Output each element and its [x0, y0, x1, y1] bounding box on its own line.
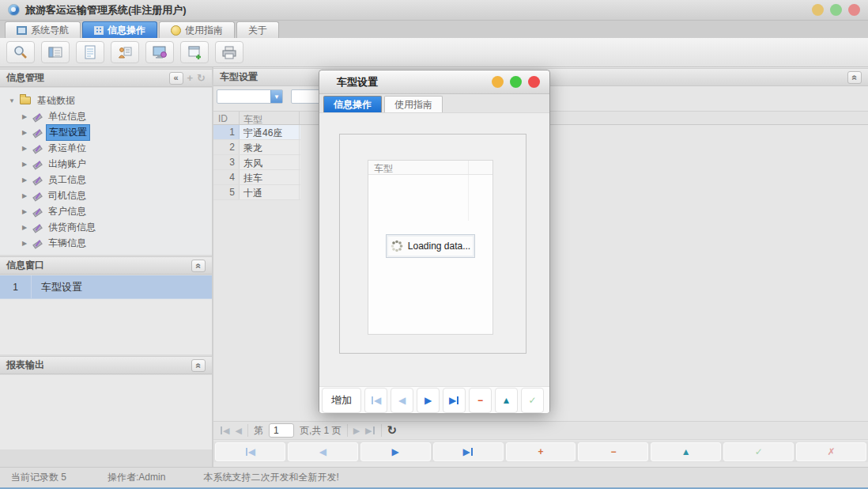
insert-record-button[interactable]: +	[506, 442, 576, 461]
dialog-prev-button[interactable]: ◀	[391, 388, 413, 413]
tab-user-guide[interactable]: 使用指南	[159, 21, 235, 38]
tool-icon	[32, 238, 42, 248]
tree-collapse-icon[interactable]: ▶	[21, 176, 28, 184]
dialog-column-header-type[interactable]: 车型	[368, 161, 469, 174]
collapse-sidebar-button[interactable]: «	[169, 72, 183, 85]
list-view-button[interactable]	[41, 41, 70, 63]
refresh-button[interactable]: ↻	[387, 423, 398, 438]
window-title: 旅游客运运输管理系统(非注册用户)	[25, 3, 187, 17]
main-toolbar	[0, 38, 868, 67]
dialog-tab-guide-label: 使用指南	[394, 98, 432, 112]
first-record-button[interactable]: ◀	[215, 442, 285, 461]
dialog-add-button[interactable]: 增加	[322, 388, 361, 413]
dialog-group-box: 车型 Loading data...	[339, 134, 526, 354]
tree-item-unit-info[interactable]: ▶ 单位信息	[8, 108, 212, 124]
tree-item-cashier-account[interactable]: ▶ 出纳账户	[8, 156, 212, 172]
document-button[interactable]	[76, 41, 104, 63]
collapse-info-window-button[interactable]: «	[191, 260, 206, 272]
first-page-button[interactable]: ◀	[220, 426, 229, 436]
cell-type: 宇通46座	[240, 125, 300, 139]
next-record-button[interactable]: ▶	[360, 442, 431, 461]
delete-record-button[interactable]: −	[578, 442, 648, 461]
next-page-button[interactable]: ▶	[353, 426, 360, 436]
tree-collapse-icon[interactable]: ▶	[21, 240, 28, 247]
tree-collapse-icon[interactable]: ▶	[21, 192, 28, 199]
dialog-post-button[interactable]: ✓	[521, 388, 544, 413]
collapse-report-button[interactable]: «	[191, 359, 206, 372]
dialog-minimize-button[interactable]	[492, 76, 504, 88]
tree-root-label: 基础数据	[35, 93, 77, 108]
tree-collapse-icon[interactable]: ▶	[21, 113, 28, 120]
search-button[interactable]	[6, 41, 35, 63]
post-record-button[interactable]: ✓	[723, 442, 794, 461]
dialog-delete-button[interactable]: −	[469, 388, 492, 413]
tree-item-vehicle-type[interactable]: ▶ 车型设置	[8, 124, 212, 140]
loading-text: Loading data...	[408, 241, 470, 252]
tree-collapse-icon[interactable]: ▶	[21, 161, 28, 168]
dialog-column-filler	[469, 161, 492, 174]
window-list-item[interactable]: 1 车型设置	[0, 275, 212, 299]
table-row[interactable]: 3 东风	[213, 155, 300, 170]
window-controls	[812, 4, 860, 16]
window-add-icon	[187, 44, 202, 60]
user-report-button[interactable]	[111, 41, 139, 63]
last-record-button[interactable]: ▶	[433, 442, 504, 461]
tree-collapse-icon[interactable]: ▶	[21, 208, 28, 215]
prev-page-button[interactable]: ◀	[235, 426, 241, 436]
last-page-button[interactable]: ▶	[365, 426, 375, 436]
page-number-input[interactable]	[269, 423, 294, 438]
printer-button[interactable]	[215, 41, 243, 63]
table-row[interactable]: 4 挂车	[213, 170, 300, 185]
monitor-globe-icon	[152, 44, 168, 60]
dialog-tab-user-guide[interactable]: 使用指南	[384, 96, 443, 112]
dialog-tab-info-operation[interactable]: 信息操作	[323, 96, 382, 112]
cell-id: 4	[213, 170, 240, 184]
tab-system-nav[interactable]: 系统导航	[5, 21, 81, 38]
filter-combo-1[interactable]: ▼	[217, 89, 283, 104]
tree-item-carrier-unit[interactable]: ▶ 承运单位	[8, 140, 212, 156]
minimize-button[interactable]	[812, 4, 824, 16]
tree-item-vehicle-info[interactable]: ▶ 车辆信息	[8, 235, 212, 251]
dialog-next-button[interactable]: ▶	[417, 388, 440, 413]
cancel-record-button[interactable]: ✗	[796, 442, 866, 461]
maximize-button[interactable]	[830, 4, 842, 16]
user-report-icon	[117, 44, 133, 60]
tree-item-employee-info[interactable]: ▶ 员工信息	[8, 172, 212, 188]
table-row[interactable]: 5 十通	[213, 185, 300, 200]
tree-collapse-icon[interactable]: ▶	[21, 224, 28, 231]
tab-info-operation[interactable]: 信息操作	[82, 21, 157, 38]
tree-item-supplier-info[interactable]: ▶ 供货商信息	[8, 219, 212, 235]
printer-icon	[221, 44, 237, 60]
tree-collapse-icon[interactable]: ▶	[21, 129, 28, 136]
table-row[interactable]: 2 乘龙	[213, 140, 300, 155]
tree-item-label: 车辆信息	[46, 236, 89, 251]
tree-item-label: 单位信息	[46, 109, 89, 124]
tab-about[interactable]: 关于	[236, 21, 279, 38]
dialog-title: 车型设置	[337, 75, 378, 89]
table-row[interactable]: 1 宇通46座	[213, 125, 300, 140]
dialog-first-button[interactable]: ◀	[364, 388, 387, 413]
dialog-last-button[interactable]: ▶	[443, 388, 466, 413]
dialog-close-button[interactable]	[528, 76, 540, 88]
chevron-down-icon[interactable]: ▼	[270, 90, 282, 103]
cell-id: 2	[213, 140, 240, 154]
tree-collapse-icon[interactable]: ▶	[21, 145, 28, 152]
prev-record-button[interactable]: ◀	[288, 442, 358, 461]
collapse-main-panel-button[interactable]: «	[847, 71, 862, 84]
close-button[interactable]	[848, 4, 860, 16]
dialog-maximize-button[interactable]	[510, 76, 522, 88]
dialog-title-bar[interactable]: 车型设置	[319, 70, 549, 94]
spinner-icon	[391, 240, 403, 252]
window-add-button[interactable]	[180, 41, 209, 63]
column-header-type[interactable]: 车型	[240, 112, 300, 124]
tree-expand-icon[interactable]: ▼	[8, 97, 16, 104]
tree-item-driver-info[interactable]: ▶ 司机信息	[8, 188, 212, 203]
info-manage-title: 信息管理	[6, 71, 44, 85]
dialog-edit-button[interactable]: ▲	[495, 388, 518, 413]
tree-root[interactable]: ▼ 基础数据	[8, 93, 212, 108]
search-icon	[13, 44, 28, 60]
monitor-globe-button[interactable]	[145, 41, 174, 63]
tree-item-customer-info[interactable]: ▶ 客户信息	[8, 203, 212, 219]
column-header-id[interactable]: ID	[213, 112, 240, 124]
edit-record-button[interactable]: ▲	[651, 442, 721, 461]
